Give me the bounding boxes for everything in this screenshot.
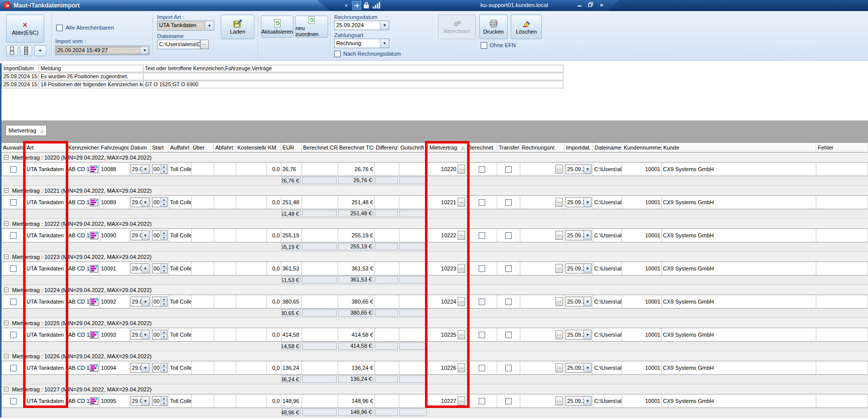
collapse-group-icon[interactable]: − (4, 321, 9, 325)
cell-berechnet[interactable] (467, 394, 497, 407)
transfer-checkbox[interactable] (505, 299, 512, 305)
cell-rechnungsnr[interactable]: ··· (520, 196, 564, 209)
auswahl-checkbox[interactable] (10, 232, 17, 239)
cell-datum[interactable]: 29.0▼ (129, 295, 151, 308)
neu-zuordnen-button[interactable]: neu zuordnen (295, 16, 328, 38)
cell-importdat[interactable]: 25.09.2▼ (564, 262, 593, 275)
spinner-icon[interactable]: ▲▼ (161, 297, 167, 306)
column-header-mietvertrag[interactable]: Mietvertrag△ (428, 143, 467, 153)
column-header-km[interactable]: KM (266, 143, 281, 153)
collapse-group-icon[interactable]: − (4, 155, 9, 160)
dateiname-input[interactable]: C:\Users\alena\Desk (157, 40, 200, 49)
berechnet-checkbox[interactable] (479, 365, 485, 371)
ellipsis-button[interactable]: ··· (458, 264, 465, 273)
cell-rechnungsnr[interactable]: ··· (520, 394, 564, 407)
message-column-meldung[interactable]: Meldung (39, 65, 143, 72)
auswahl-checkbox[interactable] (10, 299, 17, 305)
alle-abrechenbaren-checkbox[interactable] (56, 25, 63, 31)
auswahl-checkbox[interactable] (10, 265, 17, 272)
column-header-fahrzeugnr[interactable]: Fahrzeugnr (99, 143, 129, 153)
abort-button[interactable]: × Abbr(ESC) (6, 15, 44, 43)
berechnet-checkbox[interactable] (479, 265, 485, 272)
cell-mietvertrag[interactable]: 10225··· (428, 328, 467, 341)
cell-importdat[interactable]: 25.09.2▼ (564, 328, 593, 341)
transfer-checkbox[interactable] (505, 166, 512, 173)
transfer-checkbox[interactable] (505, 232, 512, 239)
drucken-button[interactable]: Drucken (479, 15, 508, 39)
cell-mietvertrag[interactable]: 10222··· (428, 229, 467, 242)
cell-rechnungsnr[interactable]: ··· (520, 229, 564, 242)
chevron-down-icon[interactable]: ▼ (584, 297, 591, 306)
cell-mietvertrag[interactable]: 10226··· (428, 361, 467, 374)
cell-start[interactable]: 00▲▼ (151, 196, 169, 209)
import-vom-combobox[interactable]: 25.09.2024 15:49:27 ▼ (55, 46, 150, 55)
cell-transfer[interactable] (497, 295, 520, 308)
chevron-down-icon[interactable]: ▼ (584, 264, 591, 273)
transfer-checkbox[interactable] (505, 332, 512, 338)
cell-datum[interactable]: 29.0▼ (129, 262, 151, 275)
chevron-down-icon[interactable]: ▼ (141, 396, 149, 405)
restore-button[interactable] (586, 2, 595, 9)
cell-berechnet[interactable] (467, 163, 497, 176)
ellipsis-button[interactable]: ··· (458, 165, 465, 174)
cell-datum[interactable]: 29.0▼ (129, 229, 151, 242)
expand-rows-button[interactable] (20, 45, 32, 56)
lock-icon[interactable] (363, 2, 369, 9)
laden-button[interactable]: Laden (221, 15, 254, 39)
chevron-down-icon[interactable]: ▼ (380, 39, 389, 48)
cell-datum[interactable]: 29.0▼ (129, 163, 151, 176)
pin-icon[interactable] (352, 1, 361, 10)
chevron-down-icon[interactable]: ▼ (141, 330, 149, 339)
ohne-efn-checkbox[interactable] (481, 42, 487, 49)
cell-start[interactable]: 00▲▼ (151, 328, 169, 341)
chevron-down-icon[interactable]: ▼ (584, 330, 591, 339)
column-header-datum[interactable]: Datum (129, 143, 151, 153)
group-header-row[interactable]: −Mietvertrag : 10220 (MIN=29.04.2022, MA… (2, 153, 868, 162)
cell-transfer[interactable] (497, 163, 520, 176)
cell-start[interactable]: 00▲▼ (151, 361, 169, 374)
auswahl-checkbox[interactable] (10, 332, 17, 338)
ellipsis-button[interactable]: ··· (555, 363, 563, 372)
chevron-down-icon[interactable]: ▼ (141, 363, 149, 372)
auswahl-checkbox[interactable] (10, 398, 17, 404)
collapse-group-icon[interactable]: − (4, 254, 9, 259)
cell-rechnungsnr[interactable]: ··· (520, 328, 564, 341)
cell-start[interactable]: 00▲▼ (151, 229, 169, 242)
cell-transfer[interactable] (497, 361, 520, 374)
column-header-auswahl[interactable]: Auswahl (2, 143, 25, 153)
chevron-down-icon[interactable]: ▼ (584, 198, 591, 207)
column-header-transfer[interactable]: Transfer (497, 143, 520, 153)
cell-rechnungsnr[interactable]: ··· (520, 361, 564, 374)
cell-auswahl[interactable] (2, 394, 26, 407)
berechnet-checkbox[interactable] (479, 199, 485, 206)
cell-auswahl[interactable] (2, 295, 26, 308)
cell-auswahl[interactable] (2, 262, 26, 275)
transfer-checkbox[interactable] (505, 199, 512, 206)
berechnet-checkbox[interactable] (479, 332, 485, 338)
collapse-group-icon[interactable]: − (4, 387, 9, 391)
ellipsis-button[interactable]: ··· (555, 165, 563, 174)
nach-rechnungsdatum-checkbox[interactable] (334, 51, 341, 57)
column-header-kundennummer[interactable]: Kundennummer (622, 143, 662, 153)
column-header-berechnet[interactable]: Berechnet (467, 143, 497, 153)
cell-transfer[interactable] (497, 196, 520, 209)
chevron-down-icon[interactable]: ▼ (141, 264, 149, 273)
group-header-row[interactable]: −Mietvertrag : 10227 (MIN=29.04.2022, MA… (2, 384, 868, 394)
cell-start[interactable]: 00▲▼ (151, 262, 169, 275)
group-header-row[interactable]: −Mietvertrag : 10222 (MIN=29.04.2022, MA… (2, 219, 868, 228)
cell-transfer[interactable] (497, 394, 520, 407)
cell-importdat[interactable]: 25.09.2▼ (564, 295, 593, 308)
cell-importdat[interactable]: 25.09.2▼ (564, 163, 593, 176)
spinner-icon[interactable]: ▲▼ (161, 231, 167, 240)
cell-datum[interactable]: 29.0▼ (129, 361, 151, 374)
ellipsis-button[interactable]: ··· (555, 297, 563, 306)
column-header-ueber[interactable]: Über (191, 143, 214, 153)
column-header-eur[interactable]: EUR (281, 143, 302, 153)
column-header-berechnet_cr[interactable]: Berechnet CR (302, 143, 338, 153)
collapse-rows-button[interactable] (6, 45, 18, 56)
cell-start[interactable]: 00▲▼ (151, 163, 169, 176)
chevron-down-icon[interactable]: ▼ (584, 231, 591, 240)
auswahl-checkbox[interactable] (10, 365, 17, 371)
berechnet-checkbox[interactable] (479, 398, 485, 404)
transfer-checkbox[interactable] (505, 398, 512, 404)
